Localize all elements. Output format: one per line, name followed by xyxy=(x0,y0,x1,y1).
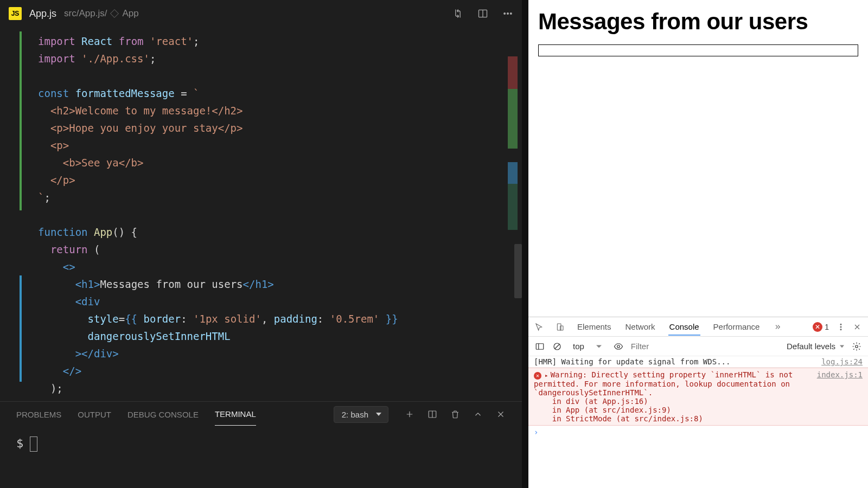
devtools-tab-performance[interactable]: Performance xyxy=(712,318,761,336)
devtools-tabs: Elements Network Console Performance ✕ 1 xyxy=(528,317,868,337)
devtools-settings-icon[interactable] xyxy=(837,323,845,331)
preview-message-box xyxy=(538,44,858,56)
editor-filename[interactable]: App.js xyxy=(29,8,56,20)
app-preview[interactable]: Messages from our users xyxy=(528,0,868,317)
breadcrumb-symbol: App xyxy=(122,8,138,19)
log-source-link[interactable]: log.js:24 xyxy=(821,357,863,366)
devtools: Elements Network Console Performance ✕ 1 xyxy=(528,317,868,488)
devtools-tab-console[interactable]: Console xyxy=(668,318,700,336)
console-body[interactable]: [HMR] Waiting for update signal from WDS… xyxy=(528,356,868,488)
console-input-prompt[interactable]: › xyxy=(528,426,868,439)
console-error-row[interactable]: ✕Warning: Directly setting property `inn… xyxy=(528,368,868,426)
console-settings-icon[interactable] xyxy=(852,342,861,351)
js-file-icon: JS xyxy=(9,7,22,20)
error-source-link[interactable]: index.js:1 xyxy=(817,370,863,423)
pane-divider[interactable] xyxy=(522,0,528,488)
tab-terminal[interactable]: TERMINAL xyxy=(215,403,256,426)
console-filter-input[interactable] xyxy=(631,342,685,351)
tab-output[interactable]: OUTPUT xyxy=(78,403,111,426)
browser-pane: Messages from our users Elements Network… xyxy=(528,0,868,488)
error-count-pill: ✕ xyxy=(813,322,822,332)
devtools-tab-network[interactable]: Network xyxy=(624,318,656,336)
editor-tabbar: JS App.js src/App.js/ App xyxy=(0,0,522,27)
symbol-icon xyxy=(110,9,119,18)
svg-point-1 xyxy=(504,13,506,15)
bottom-panel: PROBLEMS OUTPUT DEBUG CONSOLE TERMINAL 2… xyxy=(0,401,522,488)
context-selector[interactable]: top xyxy=(570,341,606,352)
svg-point-13 xyxy=(856,345,858,348)
console-sidebar-icon[interactable] xyxy=(535,342,545,351)
editor-pane: JS App.js src/App.js/ App import React f… xyxy=(0,0,522,488)
code-editor[interactable]: import React from 'react';import './App.… xyxy=(0,27,522,401)
console-toolbar: top Default levels xyxy=(528,337,868,356)
error-icon: ✕ xyxy=(534,372,541,380)
editor-scrollbar[interactable] xyxy=(514,244,522,298)
error-count: 1 xyxy=(825,323,829,331)
close-panel-icon[interactable] xyxy=(496,409,506,419)
split-editor-icon[interactable] xyxy=(477,8,488,19)
log-levels-selector[interactable]: Default levels xyxy=(787,342,844,351)
svg-point-8 xyxy=(840,324,841,325)
tab-problems[interactable]: PROBLEMS xyxy=(16,403,61,426)
devtools-tab-elements[interactable]: Elements xyxy=(576,318,612,336)
terminal-prompt: $ xyxy=(16,436,23,450)
terminal[interactable]: $ xyxy=(0,427,522,488)
inspect-element-icon[interactable] xyxy=(535,323,544,331)
log-message: [HMR] Waiting for update signal from WDS… xyxy=(534,357,816,366)
expand-caret-icon[interactable] xyxy=(545,370,551,379)
device-toggle-icon[interactable] xyxy=(556,323,564,331)
devtools-close-icon[interactable] xyxy=(853,323,861,331)
kill-terminal-icon[interactable] xyxy=(450,409,460,419)
tab-debug-console[interactable]: DEBUG CONSOLE xyxy=(127,403,199,426)
svg-point-9 xyxy=(840,329,841,330)
svg-rect-10 xyxy=(536,343,544,349)
error-badge[interactable]: ✕ 1 xyxy=(813,322,829,332)
compare-changes-icon[interactable] xyxy=(452,8,463,19)
preview-heading: Messages from our users xyxy=(538,9,858,35)
minimap[interactable] xyxy=(508,56,518,230)
breadcrumb[interactable]: src/App.js/ App xyxy=(64,8,139,19)
terminal-selector[interactable]: 2: bash xyxy=(334,406,388,423)
console-log-row: [HMR] Waiting for update signal from WDS… xyxy=(528,356,868,368)
svg-point-3 xyxy=(510,13,512,15)
split-terminal-icon[interactable] xyxy=(427,409,437,419)
more-actions-icon[interactable] xyxy=(502,8,513,19)
panel-tabs: PROBLEMS OUTPUT DEBUG CONSOLE TERMINAL 2… xyxy=(0,402,522,427)
live-expression-icon[interactable] xyxy=(614,342,623,351)
editor-tab-actions xyxy=(452,8,513,19)
new-terminal-icon[interactable] xyxy=(405,409,414,419)
more-tabs-icon[interactable] xyxy=(773,323,781,331)
terminal-cursor xyxy=(30,436,37,452)
svg-point-7 xyxy=(840,326,841,328)
svg-point-12 xyxy=(617,345,620,348)
clear-console-icon[interactable] xyxy=(552,342,562,351)
maximize-panel-icon[interactable] xyxy=(473,409,483,419)
breadcrumb-path: src/App.js/ xyxy=(64,8,107,19)
svg-point-2 xyxy=(507,13,509,15)
